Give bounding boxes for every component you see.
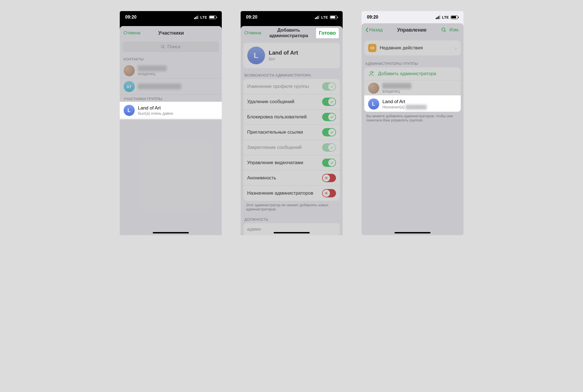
battery-icon bbox=[451, 16, 458, 19]
permission-row: Пригласительные ссылки bbox=[243, 125, 340, 140]
permission-toggle[interactable] bbox=[322, 174, 336, 182]
home-indicator[interactable] bbox=[274, 232, 310, 233]
check-icon bbox=[330, 161, 334, 165]
clock: 09:20 bbox=[367, 15, 378, 20]
nav-bar: Назад Управление Изм. bbox=[361, 23, 464, 37]
user-sub: бот bbox=[269, 57, 298, 61]
permission-toggle bbox=[322, 143, 336, 152]
permission-toggle[interactable] bbox=[322, 189, 336, 197]
signal-icon bbox=[436, 15, 441, 19]
cancel-button[interactable]: Отмена bbox=[124, 30, 141, 36]
nav-title: Добавить администратора bbox=[261, 27, 316, 39]
check-icon bbox=[330, 85, 334, 88]
sheet-add-admin: Отмена Добавить администратора Готово L … bbox=[241, 26, 343, 235]
check-icon bbox=[330, 130, 334, 134]
avatar-initials: L bbox=[124, 105, 135, 116]
permission-label: Закрепление сообщений bbox=[247, 145, 302, 150]
chevron-left-icon bbox=[365, 27, 369, 33]
svg-point-8 bbox=[370, 72, 372, 73]
done-button[interactable]: Готово bbox=[316, 28, 338, 38]
check-icon bbox=[330, 100, 334, 104]
section-group-members: УЧАСТНИКИ ГРУППЫ bbox=[120, 95, 222, 103]
admin-row-owner[interactable]: ████████ владелец bbox=[364, 80, 461, 96]
admin-sub-prefix: Назначил(а) bbox=[383, 105, 405, 109]
nav-right: Изм. bbox=[441, 27, 459, 33]
avatar bbox=[368, 83, 379, 94]
permission-label: Изменение профиля группы bbox=[247, 84, 309, 89]
permission-label: Пригласительные ссылки bbox=[247, 129, 303, 135]
permissions-footnote: Этот администратор не сможет добавлять н… bbox=[241, 201, 343, 215]
admin-assigned-by-redacted: ███████ bbox=[406, 105, 427, 109]
user-name: Land of Art bbox=[269, 50, 298, 56]
status-bar: 09:20 LTE bbox=[361, 11, 464, 23]
admin-row-land-of-art[interactable]: L Land of Art Назначил(а) ███████ bbox=[364, 96, 461, 112]
battery-icon bbox=[330, 16, 337, 19]
add-admin-label: Добавить администратора bbox=[378, 71, 436, 77]
network-label: LTE bbox=[321, 15, 328, 19]
permission-row: Закрепление сообщений bbox=[243, 140, 340, 155]
signal-icon bbox=[194, 15, 199, 19]
nav-bar: Отмена Добавить администратора Готово bbox=[241, 26, 343, 40]
permission-toggle[interactable] bbox=[322, 98, 336, 106]
network-label: LTE bbox=[442, 15, 449, 19]
add-user-icon bbox=[368, 71, 374, 77]
admin-sub: Назначил(а) ███████ bbox=[383, 105, 427, 109]
admin-name-redacted: ████████ bbox=[383, 83, 411, 89]
permission-toggle[interactable] bbox=[322, 159, 336, 167]
add-admin-button[interactable]: Добавить администратора bbox=[364, 67, 461, 80]
back-label: Назад bbox=[369, 27, 383, 33]
search-placeholder: Поиск bbox=[167, 44, 180, 50]
permission-label: Анонимность bbox=[247, 175, 276, 181]
status-bar: 09:20 LTE bbox=[241, 11, 343, 23]
permission-toggle[interactable] bbox=[322, 113, 336, 121]
nav-title: Участники bbox=[141, 30, 202, 36]
recent-actions-row[interactable]: Недавние действия › bbox=[364, 40, 461, 55]
permission-row: Управление видеочатами bbox=[243, 155, 340, 170]
permission-toggle bbox=[322, 82, 336, 91]
contact-sub-owner: владелец bbox=[138, 72, 167, 76]
user-card: L Land of Art бот bbox=[243, 43, 340, 68]
section-permissions: ВОЗМОЖНОСТИ АДМИНИСТРАТОРА: bbox=[241, 71, 343, 79]
eye-icon bbox=[368, 44, 376, 52]
phone-screen-3: 09:20 LTE Назад Управление Изм. Недавние… bbox=[361, 11, 464, 235]
edit-button[interactable]: Изм. bbox=[449, 27, 459, 33]
permission-label: Удаление сообщений bbox=[247, 99, 294, 105]
contact-row-at[interactable]: AT ████████████ bbox=[120, 79, 222, 95]
recent-actions-label: Недавние действия bbox=[380, 45, 452, 51]
svg-line-7 bbox=[445, 31, 446, 32]
permission-row: Назначение администраторов bbox=[243, 186, 340, 201]
avatar-initials: L bbox=[247, 47, 265, 64]
nav-title: Управление bbox=[397, 27, 426, 33]
member-name: Land of Art bbox=[138, 105, 174, 111]
permissions-list: Изменение профиля группыУдаление сообщен… bbox=[243, 79, 340, 201]
cancel-button[interactable]: Отмена bbox=[245, 30, 261, 36]
check-icon bbox=[330, 115, 334, 119]
member-row-land-of-art[interactable]: L Land of Art был(а) очень давно bbox=[120, 103, 222, 118]
permission-row: Удаление сообщений bbox=[243, 94, 340, 110]
permission-row: Изменение профиля группы bbox=[243, 79, 340, 94]
svg-point-0 bbox=[161, 45, 164, 48]
search-input[interactable]: Поиск bbox=[123, 42, 219, 52]
home-indicator[interactable] bbox=[153, 232, 189, 233]
page-management: Назад Управление Изм. Недавние действия … bbox=[361, 23, 464, 235]
clock: 09:20 bbox=[125, 15, 137, 20]
contact-row-owner[interactable]: ████████ владелец bbox=[120, 63, 222, 79]
permission-row: Блокировка пользователей bbox=[243, 110, 340, 125]
avatar-initials: AT bbox=[124, 81, 135, 92]
phone-screen-1: 09:20 LTE Отмена Участники Поиск КОНТАКТ… bbox=[120, 11, 222, 235]
chevron-right-icon: › bbox=[455, 45, 457, 51]
contact-name-redacted: ████████ bbox=[138, 66, 167, 71]
permission-label: Блокировка пользователей bbox=[247, 114, 307, 120]
permission-label: Управление видеочатами bbox=[247, 160, 303, 166]
role-placeholder: админ bbox=[247, 226, 261, 232]
search-icon bbox=[161, 45, 165, 49]
svg-point-6 bbox=[442, 28, 445, 31]
search-icon[interactable] bbox=[441, 27, 447, 33]
x-icon bbox=[324, 191, 328, 195]
home-indicator[interactable] bbox=[394, 232, 431, 233]
member-sub: был(а) очень давно bbox=[138, 111, 174, 116]
permission-toggle[interactable] bbox=[322, 128, 336, 136]
permission-label: Назначение администраторов bbox=[247, 190, 313, 196]
back-button[interactable]: Назад bbox=[365, 27, 383, 33]
check-icon bbox=[330, 146, 334, 149]
